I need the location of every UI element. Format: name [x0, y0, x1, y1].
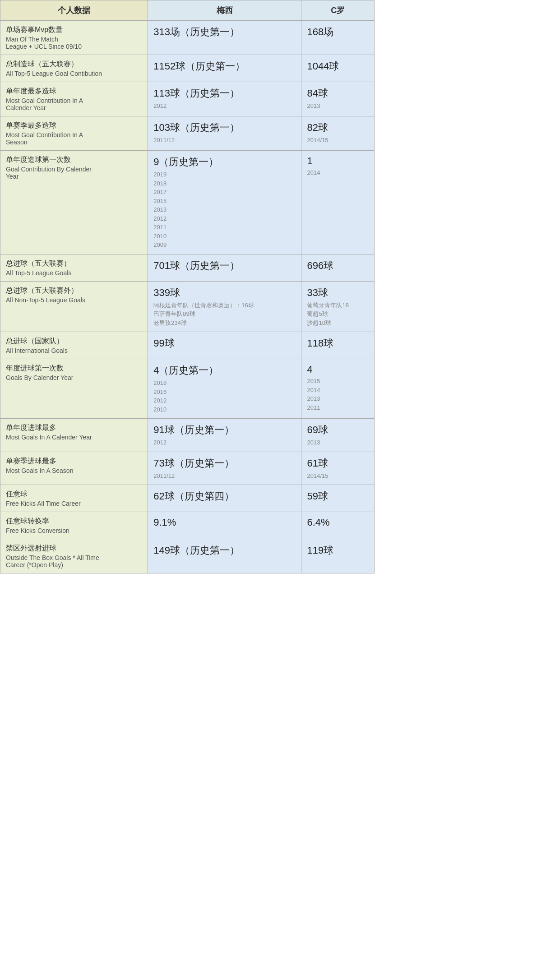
messi-cell: 73球（历史第一）2011/12	[148, 452, 301, 485]
category-en: Free Kicks All Time Career	[6, 500, 142, 507]
table-row: 单年度最多造球Most Goal Contribution In ACalend…	[0, 82, 375, 116]
messi-cell: 149球（历史第一）	[148, 539, 301, 573]
messi-sub-value: 2011/12	[153, 136, 296, 145]
category-cell: 单赛季最多造球Most Goal Contribution In ASeason	[0, 116, 148, 151]
cr7-cell: 6.4%	[301, 512, 375, 539]
category-en: Goals By Calender Year	[6, 374, 142, 381]
messi-cell: 9.1%	[148, 512, 301, 539]
category-en: Most Goal Contribution In ASeason	[6, 131, 142, 146]
messi-cell: 339球阿根廷青年队（世青赛和奥运）：16球巴萨青年队89球老男孩234球	[148, 281, 301, 332]
cr7-main-value: 1044球	[307, 60, 369, 73]
category-en: Most Goals In A Calender Year	[6, 434, 142, 441]
cr7-main-value: 118球	[307, 337, 369, 350]
messi-main-value: 9.1%	[153, 517, 296, 528]
messi-cell: 91球（历史第一）2012	[148, 419, 301, 452]
category-cell: 总进球（五大联赛外）All Non-Top-5 League Goals	[0, 281, 148, 332]
category-zh: 任意球转换率	[6, 517, 142, 526]
messi-cell: 313场（历史第一）	[148, 21, 301, 55]
cr7-main-value: 4	[307, 364, 369, 375]
messi-sub-value: 2012	[153, 438, 296, 447]
category-zh: 单场赛事Mvp数量	[6, 25, 142, 35]
messi-main-value: 313场（历史第一）	[153, 25, 296, 39]
cr7-sub-value: 2013	[307, 438, 369, 447]
messi-cell: 99球	[148, 332, 301, 359]
cr7-main-value: 84球	[307, 87, 369, 100]
category-en: All Non-Top-5 League Goals	[6, 296, 142, 304]
category-en: Man Of The MatchLeague + UCL Since 09/10	[6, 36, 142, 50]
cr7-main-value: 6.4%	[307, 517, 369, 528]
table-row: 单赛季最多造球Most Goal Contribution In ASeason…	[0, 116, 375, 151]
category-en: Free Kicks Conversion	[6, 527, 142, 534]
category-zh: 总进球（五大联赛外）	[6, 286, 142, 296]
cr7-cell: 59球	[301, 485, 375, 512]
cr7-cell: 696球	[301, 254, 375, 281]
cr7-main-value: 59球	[307, 490, 369, 503]
cr7-cell: 61球2014/15	[301, 452, 375, 485]
cr7-main-value: 696球	[307, 259, 369, 273]
table-row: 单年度进球最多Most Goals In A Calender Year91球（…	[0, 419, 375, 452]
cr7-sub-value: 2015201420132011	[307, 377, 369, 412]
category-zh: 年度进球第一次数	[6, 364, 142, 373]
messi-main-value: 99球	[153, 337, 296, 350]
messi-cell: 9（历史第一）201920182017201520132012201120102…	[148, 151, 301, 254]
messi-main-value: 103球（历史第一）	[153, 121, 296, 134]
table-row: 任意球转换率Free Kicks Conversion9.1%6.4%	[0, 512, 375, 539]
cr7-cell: 84球2013	[301, 82, 375, 116]
category-zh: 单年度进球最多	[6, 423, 142, 433]
table-row: 总制造球（五大联赛）All Top-5 League Goal Contibut…	[0, 55, 375, 82]
category-cell: 总进球（国家队）All International Goals	[0, 332, 148, 359]
category-cell: 单年度最多造球Most Goal Contribution In ACalend…	[0, 82, 148, 116]
messi-main-value: 339球	[153, 286, 296, 300]
cr7-main-value: 82球	[307, 121, 369, 134]
category-en: Most Goal Contribution In ACalender Year	[6, 97, 142, 111]
messi-sub-value: 阿根廷青年队（世青赛和奥运）：16球巴萨青年队89球老男孩234球	[153, 301, 296, 328]
category-en: All Top-5 League Goals	[6, 269, 142, 277]
cr7-sub-value: 2014/15	[307, 472, 369, 481]
category-cell: 禁区外远射进球Outside The Box Goals * All TimeC…	[0, 539, 148, 573]
messi-main-value: 73球（历史第一）	[153, 457, 296, 470]
cr7-sub-value: 葡萄牙青年队18葡超5球沙超10球	[307, 301, 369, 328]
cr7-main-value: 69球	[307, 423, 369, 437]
category-zh: 任意球	[6, 490, 142, 499]
category-cell: 单年度造球第一次数Goal Contribution By CalenderYe…	[0, 151, 148, 254]
table-row: 单场赛事Mvp数量Man Of The MatchLeague + UCL Si…	[0, 21, 375, 55]
category-zh: 总制造球（五大联赛）	[6, 60, 142, 69]
category-en: Outside The Box Goals * All TimeCareer (…	[6, 554, 142, 569]
messi-cell: 103球（历史第一）2011/12	[148, 116, 301, 151]
category-cell: 总制造球（五大联赛）All Top-5 League Goal Contibut…	[0, 55, 148, 82]
table-row: 年度进球第一次数Goals By Calender Year4（历史第一）201…	[0, 359, 375, 419]
messi-sub-value: 201920182017201520132012201120102009	[153, 170, 296, 250]
messi-cell: 62球（历史第四）	[148, 485, 301, 512]
category-en: All International Goals	[6, 347, 142, 354]
table-row: 单赛季进球最多Most Goals In A Season73球（历史第一）20…	[0, 452, 375, 485]
cr7-cell: 12014	[301, 151, 375, 254]
header-messi: 梅西	[148, 0, 301, 21]
cr7-sub-value: 2013	[307, 102, 369, 111]
cr7-cell: 33球葡萄牙青年队18葡超5球沙超10球	[301, 281, 375, 332]
messi-main-value: 1152球（历史第一）	[153, 60, 296, 73]
table-row: 任意球Free Kicks All Time Career62球（历史第四）59…	[0, 485, 375, 512]
header-cr7: C罗	[301, 0, 375, 21]
cr7-main-value: 1	[307, 155, 369, 167]
cr7-main-value: 119球	[307, 544, 369, 557]
cr7-sub-value: 2014/15	[307, 136, 369, 145]
table-row: 禁区外远射进球Outside The Box Goals * All TimeC…	[0, 539, 375, 573]
category-cell: 单场赛事Mvp数量Man Of The MatchLeague + UCL Si…	[0, 21, 148, 55]
messi-sub-value: 2011/12	[153, 472, 296, 481]
messi-cell: 113球（历史第一）2012	[148, 82, 301, 116]
category-zh: 总进球（五大联赛）	[6, 259, 142, 268]
cr7-cell: 82球2014/15	[301, 116, 375, 151]
table-row: 总进球（五大联赛外）All Non-Top-5 League Goals339球…	[0, 281, 375, 332]
cr7-cell: 119球	[301, 539, 375, 573]
cr7-sub-value: 2014	[307, 168, 369, 177]
table-row: 总进球（国家队）All International Goals99球118球	[0, 332, 375, 359]
category-cell: 单赛季进球最多Most Goals In A Season	[0, 452, 148, 485]
messi-main-value: 4（历史第一）	[153, 364, 296, 377]
category-zh: 单年度造球第一次数	[6, 155, 142, 165]
messi-main-value: 9（历史第一）	[153, 155, 296, 169]
messi-main-value: 113球（历史第一）	[153, 87, 296, 100]
comparison-table: 个人数据 梅西 C罗 单场赛事Mvp数量Man Of The MatchLeag…	[0, 0, 375, 573]
category-cell: 总进球（五大联赛）All Top-5 League Goals	[0, 254, 148, 281]
category-zh: 单年度最多造球	[6, 87, 142, 96]
cr7-cell: 168场	[301, 21, 375, 55]
